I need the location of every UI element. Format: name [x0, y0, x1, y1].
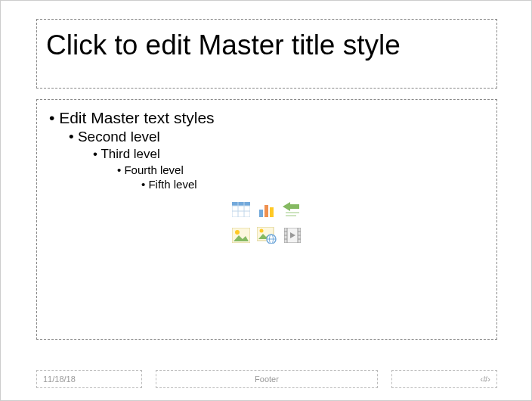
master-date-text: 11/18/18	[43, 375, 76, 384]
insert-picture-icon[interactable]	[230, 227, 252, 244]
master-title-placeholder[interactable]: Click to edit Master title style	[36, 19, 497, 89]
bullet-level-2: Second level	[69, 129, 487, 145]
master-title-text: Click to edit Master title style	[46, 30, 487, 61]
insert-smartart-icon[interactable]	[282, 201, 303, 218]
bullet-level-4: Fourth level	[117, 163, 487, 176]
content-insert-icons	[230, 201, 303, 247]
svg-rect-9	[286, 212, 299, 213]
master-content-placeholder[interactable]: Edit Master text styles Second level Thi…	[36, 99, 497, 340]
svg-rect-10	[286, 215, 296, 216]
svg-rect-5	[259, 210, 263, 217]
master-slide-number-text: ‹#›	[481, 375, 490, 384]
svg-point-12	[235, 230, 240, 235]
master-footer-text: Footer	[255, 375, 279, 384]
bullet-level-1: Edit Master text styles	[49, 109, 487, 127]
insert-chart-icon[interactable]	[256, 201, 277, 218]
svg-point-15	[260, 229, 264, 233]
master-footer-placeholder[interactable]: Footer	[156, 370, 378, 388]
bullet-level-5: Fifth level	[141, 178, 487, 191]
insert-table-icon[interactable]	[230, 201, 252, 218]
insert-video-icon[interactable]	[282, 227, 303, 244]
svg-rect-6	[264, 205, 268, 217]
master-slide-number-placeholder[interactable]: ‹#›	[391, 370, 497, 388]
master-bullet-list: Edit Master text styles Second level Thi…	[46, 109, 487, 191]
insert-online-picture-icon[interactable]	[256, 227, 277, 244]
master-date-placeholder[interactable]: 11/18/18	[36, 370, 142, 388]
bullet-level-3: Third level	[93, 147, 487, 162]
svg-rect-7	[270, 207, 274, 217]
svg-rect-0	[232, 202, 250, 206]
svg-marker-8	[283, 202, 299, 211]
